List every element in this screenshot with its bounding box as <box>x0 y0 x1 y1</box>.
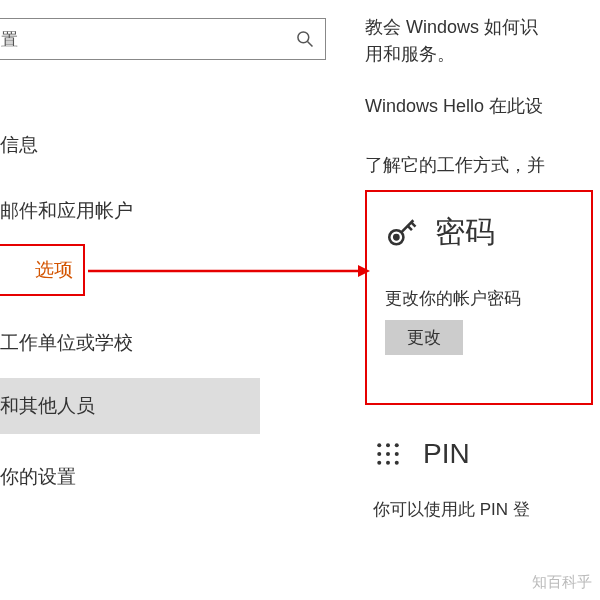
sidebar-item-label: 和其他人员 <box>0 393 95 419</box>
svg-line-1 <box>308 42 313 47</box>
svg-point-12 <box>377 461 381 465</box>
svg-point-9 <box>377 452 381 456</box>
svg-point-0 <box>298 32 309 43</box>
svg-point-7 <box>386 443 390 447</box>
sidebar-item-sign-in-options[interactable]: 选项 <box>0 244 85 296</box>
annotation-arrow <box>88 261 368 281</box>
sidebar-item-other-people[interactable]: 和其他人员 <box>0 378 260 434</box>
pin-description: 你可以使用此 PIN 登 <box>373 498 530 521</box>
password-title: 密码 <box>435 212 495 253</box>
password-subtitle: 更改你的帐户密码 <box>385 287 573 310</box>
svg-point-13 <box>386 461 390 465</box>
sidebar-item-label: 选项 <box>35 257 73 283</box>
svg-point-8 <box>395 443 399 447</box>
key-icon <box>385 216 419 250</box>
password-section: 密码 更改你的帐户密码 更改 <box>365 190 593 405</box>
change-password-button[interactable]: 更改 <box>385 320 463 355</box>
sidebar-item-work-school[interactable]: 工作单位或学校 <box>0 330 133 356</box>
sidebar-item-your-settings[interactable]: 你的设置 <box>0 464 76 490</box>
hello-unavailable: Windows Hello 在此设 <box>365 93 543 120</box>
pin-title: PIN <box>423 438 470 470</box>
svg-point-14 <box>395 461 399 465</box>
sidebar-item-email-accounts[interactable]: 邮件和应用帐户 <box>0 198 133 224</box>
learn-more-link[interactable]: 了解它的工作方式，并 <box>365 152 545 179</box>
svg-point-5 <box>394 235 398 239</box>
search-icon <box>295 29 315 49</box>
sidebar-item-info[interactable]: 信息 <box>0 132 38 158</box>
svg-point-6 <box>377 443 381 447</box>
watermark: 知百科乎 <box>532 573 592 592</box>
svg-point-11 <box>395 452 399 456</box>
svg-point-10 <box>386 452 390 456</box>
pin-keypad-icon <box>373 439 403 469</box>
search-input[interactable]: 置 <box>0 18 326 60</box>
hello-description: 教会 Windows 如何识 用和服务。 <box>365 14 538 68</box>
search-placeholder: 置 <box>1 28 295 51</box>
pin-section: PIN <box>373 438 470 470</box>
